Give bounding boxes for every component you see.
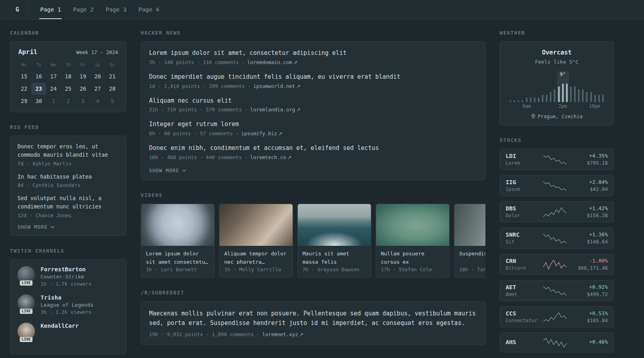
- stock-row[interactable]: DBS Dolor +1.42% $156.28: [500, 201, 614, 222]
- stock-row[interactable]: LDI Lorem +4.35% $795.18: [500, 149, 614, 170]
- channel-name[interactable]: Trisha: [41, 294, 93, 301]
- stock-row[interactable]: IIG Ipsum +2.84% $42.04: [500, 175, 614, 196]
- news-item[interactable]: Donec enim nibh, condimentum et accumsan…: [149, 144, 477, 160]
- video-title[interactable]: Mauris sit amet massa felis: [298, 246, 371, 264]
- tab-page-4[interactable]: Page 4: [138, 0, 160, 19]
- rss-item[interactable]: Sed volutpat nulla nisl, a condimentum n…: [17, 194, 119, 218]
- channel-name[interactable]: ForrestBurton: [41, 266, 91, 272]
- weather-location[interactable]: Prague, Czechia: [538, 113, 583, 119]
- twitch-channel[interactable]: LIVE ForrestBurton Counter-Strike 1h · 1…: [17, 266, 119, 287]
- videos-section-title: VIDEOS: [141, 192, 485, 198]
- hackernews-show-more-button[interactable]: SHOW MORE: [149, 168, 477, 173]
- stock-row[interactable]: CCS Consectetur +0.51% $165.84: [500, 306, 614, 327]
- video-title[interactable]: Nullam posuere cursus ex: [376, 246, 449, 264]
- stock-change: +2.84%: [569, 179, 608, 185]
- video-meta: 7h · Grayson Dawson: [298, 264, 371, 277]
- video-title[interactable]: Aliquam tempor dolor nec pharetra…: [219, 246, 293, 264]
- stock-id: LDI Lorem: [506, 153, 541, 166]
- news-meta: 1d · 1,414 points · 299 comments ·ipsumw…: [149, 83, 477, 89]
- stock-id: AHS: [506, 339, 541, 346]
- channel-info: Trisha League of Legends 3h · 1.2k viewe…: [41, 294, 93, 315]
- video-card[interactable]: Aliquam tempor dolor nec pharetra… 1h · …: [219, 204, 293, 278]
- news-item[interactable]: Lorem ipsum dolor sit amet, consectetur …: [149, 49, 477, 65]
- video-card[interactable]: Lorem ipsum dolor sit amet consectetu… 1…: [141, 204, 215, 278]
- news-title[interactable]: Lorem ipsum dolor sit amet, consectetur …: [149, 49, 477, 58]
- stock-row[interactable]: AHS +0.46%: [500, 333, 614, 352]
- stock-symbol[interactable]: DBS: [506, 205, 541, 212]
- video-card[interactable]: Suspendisse diam 18h · Tara: [454, 204, 485, 278]
- twitch-channel[interactable]: LIVE Trisha League of Legends 3h · 1.2k …: [17, 294, 119, 315]
- news-item[interactable]: Integer eget rutrum lorem 6h · 60 points…: [149, 120, 477, 136]
- rss-show-more-button[interactable]: SHOW MORE: [17, 224, 119, 230]
- rss-item-title[interactable]: Sed volutpat nulla nisl, a condimentum n…: [17, 194, 119, 211]
- stock-symbol[interactable]: AET: [506, 284, 541, 290]
- news-title[interactable]: Aliquam nec cursus elit: [149, 97, 477, 105]
- video-title[interactable]: Lorem ipsum dolor sit amet consectetu…: [141, 246, 214, 264]
- chevron-down-icon: [182, 169, 186, 172]
- news-domain-link[interactable]: ipsumify.biz: [241, 130, 277, 136]
- stock-name: Bitcorn: [506, 265, 541, 271]
- rss-item-title[interactable]: Donec tempor eros leo, ut commodo mauris…: [17, 142, 119, 160]
- news-domain-link[interactable]: loremlandia.org: [250, 107, 295, 113]
- subreddit-widget: /R/SUBREDDIT Maecenas mollis pulvinar er…: [141, 290, 485, 345]
- twitch-card: LIVE ForrestBurton Counter-Strike 1h · 1…: [10, 259, 126, 354]
- tab-page-2[interactable]: Page 2: [72, 0, 94, 19]
- stock-symbol[interactable]: LDI: [506, 153, 541, 159]
- rss-item-meta: 7d · Ashlyn Martin: [17, 161, 119, 167]
- tab-page-3[interactable]: Page 3: [105, 0, 127, 19]
- news-meta-text: 21h · 710 points · 579 comments ·: [149, 107, 248, 113]
- stock-row[interactable]: AET Amet +0.92% $499.72: [500, 280, 614, 301]
- post-title[interactable]: Maecenas mollis pulvinar erat non posuer…: [149, 309, 477, 328]
- video-thumbnail[interactable]: [298, 204, 371, 246]
- left-column: CALENDAR April Week 17 · 2024 Mo Tu We T…: [10, 30, 126, 358]
- stock-name: Amet: [506, 292, 541, 297]
- post-domain-link[interactable]: loremnet.xyz: [262, 331, 298, 337]
- weather-peak-temp: 9°: [557, 71, 569, 77]
- stock-price: $156.28: [569, 212, 608, 218]
- video-card[interactable]: Mauris sit amet massa felis 7h · Grayson…: [297, 204, 371, 278]
- news-domain-link[interactable]: ipsumworld.net: [253, 83, 295, 89]
- news-item[interactable]: Donec imperdiet augue tincidunt felis al…: [149, 73, 477, 89]
- news-domain-link[interactable]: loremdomain.com: [247, 59, 292, 65]
- video-thumbnail[interactable]: [376, 204, 449, 246]
- stock-row[interactable]: CRN Bitcorn -1.00% $66,171.48: [500, 254, 614, 275]
- stock-symbol[interactable]: CRN: [506, 258, 541, 264]
- news-title[interactable]: Integer eget rutrum lorem: [149, 120, 477, 129]
- rss-item-title[interactable]: In hac habitasse platea: [17, 173, 119, 181]
- stock-sparkline: [543, 232, 567, 244]
- page-tabs: Page 1 Page 2 Page 3 Page 4: [29, 0, 160, 19]
- video-thumbnail[interactable]: [454, 204, 485, 246]
- rss-item[interactable]: Donec tempor eros leo, ut commodo mauris…: [17, 142, 119, 167]
- channel-name[interactable]: KendallCarr: [41, 323, 79, 329]
- stock-id: CRN Bitcorn: [506, 258, 541, 271]
- weather-location-row[interactable]: Prague, Czechia: [506, 113, 607, 119]
- channel-game[interactable]: League of Legends: [41, 302, 93, 308]
- video-card[interactable]: Nullam posuere cursus ex 17h · Stefan Co…: [376, 204, 450, 278]
- video-thumbnail[interactable]: [141, 204, 214, 246]
- stock-symbol[interactable]: IIG: [506, 179, 541, 185]
- video-thumbnail[interactable]: [219, 204, 293, 246]
- stock-symbol[interactable]: CCS: [506, 310, 541, 317]
- news-domain-link[interactable]: loremtech.co: [250, 154, 286, 160]
- video-title[interactable]: Suspendisse diam: [454, 246, 485, 264]
- rss-item-meta: 8d · Cynthia Saunders: [17, 182, 119, 188]
- stock-price: $148.64: [569, 239, 608, 245]
- stock-name: Lorem: [506, 160, 541, 166]
- news-item[interactable]: Aliquam nec cursus elit 21h · 710 points…: [149, 97, 477, 113]
- stock-symbol[interactable]: SNRC: [506, 232, 541, 238]
- stock-row[interactable]: SNRC Sit +1.36% $148.64: [500, 228, 614, 249]
- stock-symbol[interactable]: AHS: [506, 339, 541, 345]
- news-title[interactable]: Donec imperdiet augue tincidunt felis al…: [149, 73, 477, 82]
- live-badge: LIVE: [20, 280, 33, 286]
- app-logo[interactable]: G: [10, 0, 29, 19]
- channel-avatar: LIVE: [17, 323, 35, 340]
- news-title[interactable]: Donec enim nibh, condimentum et accumsan…: [149, 144, 477, 153]
- channel-game[interactable]: Counter-Strike: [41, 274, 91, 280]
- stocks-widget: STOCKS LDI Lorem +4.35% $795.18 IIG: [500, 137, 614, 352]
- stock-sparkline: [543, 180, 567, 192]
- stock-sparkline: [543, 311, 567, 323]
- twitch-channel[interactable]: LIVE KendallCarr: [17, 323, 119, 340]
- rss-item[interactable]: In hac habitasse platea 8d · Cynthia Sau…: [17, 173, 119, 188]
- rss-card: Donec tempor eros leo, ut commodo mauris…: [10, 136, 126, 236]
- tab-page-1[interactable]: Page 1: [39, 0, 62, 19]
